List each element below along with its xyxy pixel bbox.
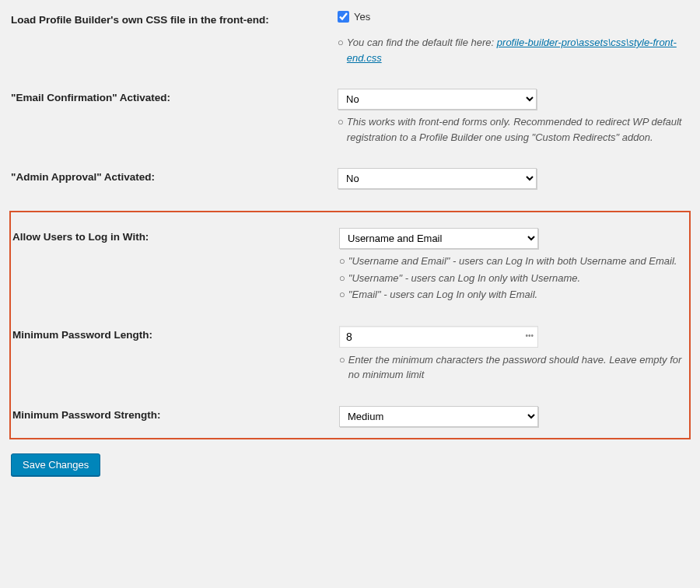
- load-css-checkbox[interactable]: [338, 11, 349, 23]
- load-css-checkbox-label: Yes: [354, 11, 370, 23]
- email-confirmation-desc: This works with front-end forms only. Re…: [347, 114, 689, 145]
- email-confirmation-select[interactable]: No: [338, 89, 537, 110]
- login-with-label: Allow Users to Log in With:: [12, 228, 339, 243]
- bullet-icon: ○: [339, 254, 345, 269]
- admin-approval-label: "Admin Approval" Activated:: [11, 168, 338, 183]
- min-pwd-strength-label: Minimum Password Strength:: [12, 406, 339, 421]
- min-pwd-length-desc: Enter the minimum characters the passwor…: [348, 352, 688, 383]
- login-with-select[interactable]: Username and Email: [339, 228, 538, 249]
- bullet-icon: ○: [338, 35, 344, 65]
- save-changes-button[interactable]: Save Changes: [11, 453, 100, 476]
- bullet-icon: ○: [339, 352, 345, 383]
- load-css-label: Load Profile Builder's own CSS file in t…: [11, 11, 338, 26]
- login-with-desc-3: "Email" - users can Log In only with Ema…: [348, 287, 537, 303]
- load-css-desc: You can find the default file here: prof…: [347, 35, 689, 65]
- bullet-icon: ○: [339, 271, 345, 286]
- email-confirmation-label: "Email Confirmation" Activated:: [11, 89, 338, 103]
- login-with-desc-1: "Username and Email" - users can Log In …: [348, 254, 677, 269]
- min-pwd-strength-select[interactable]: Medium: [339, 406, 538, 427]
- admin-approval-select[interactable]: No: [338, 168, 537, 189]
- bullet-icon: ○: [339, 287, 345, 303]
- login-with-desc-2: "Username" - users can Log In only with …: [348, 271, 580, 286]
- highlighted-section: Allow Users to Log in With: Username and…: [9, 211, 691, 439]
- min-pwd-length-input[interactable]: [339, 326, 538, 348]
- min-pwd-length-label: Minimum Password Length:: [12, 326, 339, 341]
- bullet-icon: ○: [338, 114, 344, 145]
